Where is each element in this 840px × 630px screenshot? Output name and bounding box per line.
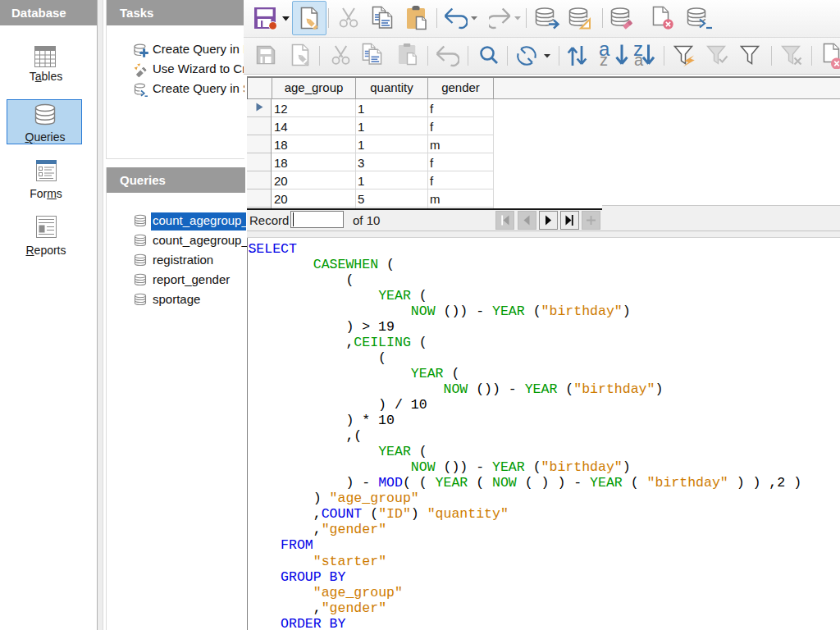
svg-text:a: a <box>634 51 644 66</box>
svg-text:z: z <box>600 51 608 66</box>
